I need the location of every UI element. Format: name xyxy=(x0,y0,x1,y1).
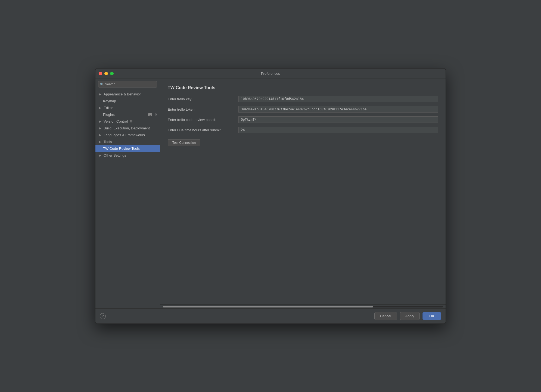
sidebar-item-build-exec-deploy[interactable]: ▶ Build, Execution, Deployment xyxy=(95,125,160,132)
scrollbar-thumb xyxy=(163,306,373,307)
sidebar-item-label: Version Control xyxy=(104,119,128,123)
form-row-trello-token: Enter trello token: xyxy=(168,106,438,113)
sidebar-item-tools[interactable]: ▶ Tools xyxy=(95,138,160,145)
search-icon: 🔍 xyxy=(100,83,104,86)
bottom-buttons: Cancel Apply OK xyxy=(374,312,441,320)
sidebar-item-version-control[interactable]: ▶ Version Control ⊞ xyxy=(95,118,160,125)
sidebar-item-label: Other Settings xyxy=(104,153,126,157)
trello-token-label: Enter trello token: xyxy=(168,107,238,111)
search-input[interactable] xyxy=(98,81,157,88)
maximize-button[interactable] xyxy=(110,72,114,75)
version-control-icon[interactable]: ⊞ xyxy=(130,120,132,123)
sidebar-item-plugins[interactable]: Plugins 1 ⚙ xyxy=(95,111,160,118)
close-button[interactable] xyxy=(99,72,102,75)
cancel-button[interactable]: Cancel xyxy=(374,312,397,320)
sidebar-item-label: Appearance & Behavior xyxy=(104,92,141,96)
sidebar-item-other-settings[interactable]: ▶ Other Settings xyxy=(95,152,160,159)
sidebar-item-label: Languages & Frameworks xyxy=(104,133,145,137)
minimize-button[interactable] xyxy=(104,72,108,75)
chevron-icon: ▶ xyxy=(99,140,101,143)
bottom-bar: ? Cancel Apply OK xyxy=(95,308,446,323)
sidebar-item-appearance-behavior[interactable]: ▶ Appearance & Behavior xyxy=(95,91,160,98)
sidebar-item-keymap[interactable]: Keymap xyxy=(95,98,160,104)
sidebar: 🔍 ▶ Appearance & Behavior Keymap ▶ Edito… xyxy=(95,79,160,308)
sidebar-item-label: Tools xyxy=(104,140,112,144)
trello-token-input[interactable] xyxy=(238,106,438,113)
apply-button[interactable]: Apply xyxy=(400,312,420,320)
main-content: 🔍 ▶ Appearance & Behavior Keymap ▶ Edito… xyxy=(95,79,446,308)
search-container: 🔍 xyxy=(95,79,160,90)
form-row-trello-board: Enter trello code review board: xyxy=(168,116,438,123)
trello-key-input[interactable] xyxy=(238,96,438,102)
sidebar-item-label: Plugins xyxy=(103,113,115,117)
sidebar-item-label: TW Code Review Tools xyxy=(103,147,140,151)
titlebar: Preferences xyxy=(95,69,446,79)
chevron-icon: ▶ xyxy=(99,93,101,96)
chevron-icon: ▶ xyxy=(99,106,101,109)
sidebar-item-label: Keymap xyxy=(103,99,116,103)
help-button[interactable]: ? xyxy=(100,313,106,319)
window-title: Preferences xyxy=(261,71,280,76)
sidebar-nav: ▶ Appearance & Behavior Keymap ▶ Editor … xyxy=(95,90,160,308)
chevron-icon: ▶ xyxy=(99,120,101,123)
sidebar-item-languages-frameworks[interactable]: ▶ Languages & Frameworks xyxy=(95,132,160,138)
preferences-window: Preferences 🔍 ▶ Appearance & Behavior Ke… xyxy=(95,68,446,324)
scrollbar-track xyxy=(163,306,443,307)
sidebar-item-label: Build, Execution, Deployment xyxy=(104,126,150,130)
trello-board-input[interactable] xyxy=(238,116,438,123)
form-row-due-time: Enter Due time hours after submit xyxy=(168,127,438,133)
test-connection-button[interactable]: Test Connection xyxy=(168,139,200,146)
panel-title: TW Code Review Tools xyxy=(168,85,438,90)
window-controls xyxy=(99,72,114,75)
trello-key-label: Enter trello key: xyxy=(168,97,238,101)
sidebar-item-editor[interactable]: ▶ Editor xyxy=(95,104,160,111)
plugins-badge: 1 xyxy=(148,113,152,116)
plugins-settings-icon[interactable]: ⚙ xyxy=(154,113,157,116)
panel-content: TW Code Review Tools Enter trello key: E… xyxy=(160,79,446,304)
form-row-trello-key: Enter trello key: xyxy=(168,96,438,102)
due-time-input[interactable] xyxy=(238,127,438,133)
chevron-icon: ▶ xyxy=(99,127,101,130)
ok-button[interactable]: OK xyxy=(422,312,441,320)
trello-board-label: Enter trello code review board: xyxy=(168,118,238,122)
horizontal-scrollbar[interactable] xyxy=(160,304,446,308)
chevron-icon: ▶ xyxy=(99,154,101,157)
sidebar-item-label: Editor xyxy=(104,106,113,110)
chevron-icon: ▶ xyxy=(99,133,101,136)
sidebar-item-tw-code-review[interactable]: TW Code Review Tools xyxy=(95,145,160,152)
search-wrapper: 🔍 xyxy=(98,81,157,88)
due-time-label: Enter Due time hours after submit xyxy=(168,128,238,132)
right-panel: TW Code Review Tools Enter trello key: E… xyxy=(160,79,446,308)
